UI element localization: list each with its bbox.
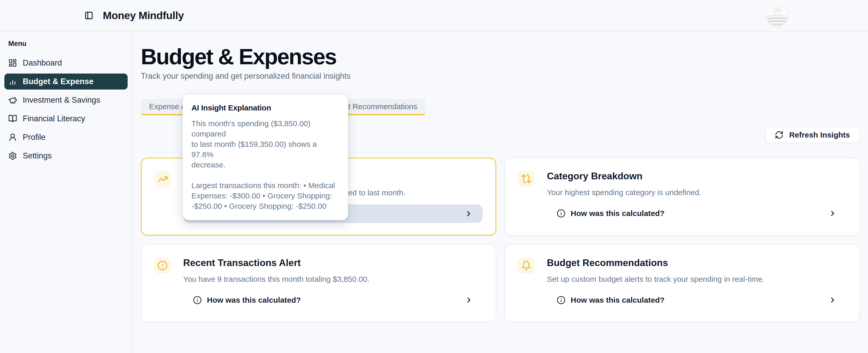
card-title: Recent Transactions Alert (183, 257, 483, 269)
chevron-right-icon (829, 296, 837, 304)
sidebar-item-budget-expense[interactable]: Budget & Expense (4, 74, 128, 90)
piggy-bank-icon (8, 96, 17, 105)
info-icon (193, 296, 202, 305)
trending-up-icon (154, 171, 171, 187)
repeat-icon (518, 171, 534, 187)
info-icon (557, 209, 565, 218)
card-title: Category Breakdown (547, 171, 846, 182)
popover-transaction-list: Largest transactions this month: • Medic… (191, 180, 339, 211)
sidebar-item-profile[interactable]: Profile (4, 129, 128, 145)
sidebar-item-label: Budget & Expense (23, 77, 94, 86)
sidebar-item-label: Investment & Savings (23, 96, 100, 105)
sidebar-menu-label: Menu (4, 40, 128, 48)
alert-circle-icon (154, 257, 171, 274)
card-title: Budget Recommendations (547, 257, 846, 269)
avatar[interactable] (767, 5, 787, 26)
how-calculated-link[interactable]: How was this calculated? (547, 204, 846, 223)
sidebar: Menu Dashboard Budget & Expense Investme… (0, 32, 132, 353)
book-open-icon (8, 114, 17, 123)
refresh-insights-button[interactable]: Refresh Insights (765, 127, 860, 143)
chevron-right-icon (829, 209, 837, 217)
user-icon (8, 133, 17, 142)
panel-left-icon (85, 11, 93, 20)
card-body: You have 9 transactions this month total… (183, 274, 483, 284)
sidebar-item-settings[interactable]: Settings (4, 148, 128, 164)
popover-title: AI Insight Explanation (191, 103, 339, 112)
how-calculated-label: How was this calculated? (571, 296, 664, 305)
dashboard-icon (8, 59, 17, 67)
how-calculated-link[interactable]: How was this calculated? (183, 291, 483, 309)
how-calculated-label: How was this calculated? (207, 296, 301, 305)
card-category-breakdown: Category Breakdown Your highest spending… (504, 158, 860, 236)
bar-chart-icon (8, 77, 17, 86)
refresh-icon (775, 131, 783, 139)
how-calculated-link[interactable]: How was this calculated? (547, 291, 846, 309)
gear-icon (8, 151, 17, 160)
sidebar-item-financial-literacy[interactable]: Financial Literacy (4, 111, 128, 127)
card-budget-recommendations: Budget Recommendations Set up custom bud… (504, 244, 860, 322)
card-body: Your highest spending category is undefi… (547, 187, 846, 198)
card-recent-transactions: Recent Transactions Alert You have 9 tra… (141, 244, 496, 322)
refresh-insights-label: Refresh Insights (789, 131, 850, 139)
sidebar-item-label: Settings (23, 151, 52, 161)
page-title: Budget & Expenses (141, 43, 860, 70)
page-subtitle: Track your spending and get personalized… (141, 71, 860, 81)
bell-icon (518, 257, 534, 274)
sidebar-item-label: Profile (23, 133, 45, 142)
avatar-image (767, 5, 787, 26)
sidebar-item-dashboard[interactable]: Dashboard (4, 55, 128, 71)
card-body: Set up custom budget alerts to track you… (547, 274, 846, 284)
topbar: Money Mindfully (0, 0, 868, 32)
sidebar-item-label: Dashboard (23, 58, 62, 68)
popover-paragraph: This month's spending ($3,850.00) compar… (191, 118, 339, 170)
sidebar-toggle-button[interactable] (82, 9, 96, 22)
chevron-right-icon (465, 296, 473, 304)
chevron-right-icon (464, 210, 473, 218)
ai-insight-popover: AI Insight Explanation This month's spen… (183, 95, 348, 220)
sidebar-item-investment-savings[interactable]: Investment & Savings (4, 92, 128, 108)
info-icon (557, 296, 565, 305)
app-title: Money Mindfully (103, 9, 184, 22)
sidebar-item-label: Financial Literacy (23, 114, 85, 123)
how-calculated-label: How was this calculated? (571, 209, 664, 218)
